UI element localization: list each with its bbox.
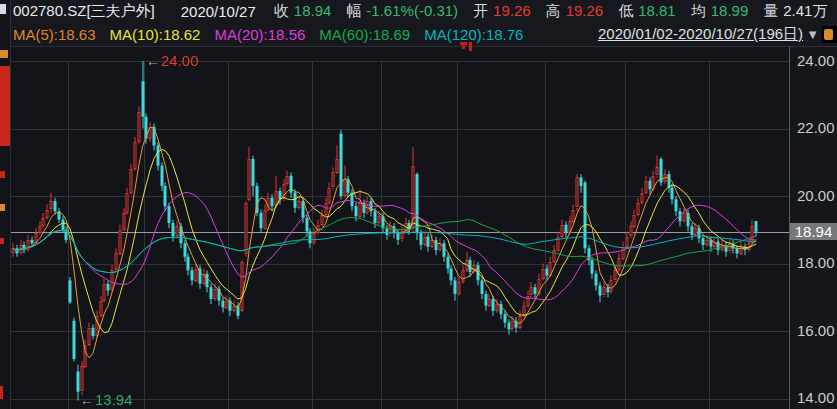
arrow-left-icon: ← — [80, 392, 94, 408]
ma-legend-row: MA(5):18.63 MA(10):18.62 MA(20):18.56 MA… — [11, 23, 837, 46]
axis-tick-label: 14.00 — [797, 390, 835, 406]
header-bar: 002780.SZ[三夫户外] 2020/10/27 收18.94 幅-1.61… — [11, 0, 837, 47]
ma-legend-120: MA(120):18.76 — [424, 26, 523, 43]
low-annotation: ← 13.94 — [80, 391, 133, 408]
ma-legend-5: MA(5):18.63 — [13, 26, 96, 43]
panel-edge-tick — [0, 4, 6, 14]
quote-row: 002780.SZ[三夫户外] 2020/10/27 收18.94 幅-1.61… — [11, 0, 837, 23]
stock-chart-window: 002780.SZ[三夫户外] 2020/10/27 收18.94 幅-1.61… — [0, 0, 837, 409]
last-price-tag: 18.94 — [790, 223, 837, 240]
low-annotation-label: 13.94 — [95, 391, 133, 408]
candlestick-chart[interactable] — [11, 47, 790, 409]
quote-field-volume: 量2.41万 — [763, 2, 827, 21]
current-date: 2020/10/27 — [181, 3, 256, 20]
panel-edge-tick — [0, 50, 8, 58]
panel-edge-tick — [0, 238, 4, 244]
axis-tick-label: 24.00 — [797, 53, 835, 69]
chart-area: ← 24.00 ← 13.94 — [11, 47, 790, 409]
quote-field-close: 收18.94 — [274, 2, 332, 21]
left-panel-edge — [0, 0, 11, 409]
watermark-logo-icon — [460, 42, 472, 51]
high-annotation-label: 24.00 — [161, 52, 199, 69]
axis-tick-label: 20.00 — [797, 188, 835, 204]
price-axis: 24.00 22.00 20.00 18.00 16.00 14.00 18.9… — [790, 47, 837, 409]
quote-field-change: 幅-1.61%(-0.31) — [346, 2, 458, 21]
panel-edge-tick — [0, 204, 5, 211]
quote-field-low: 低18.81 — [618, 2, 676, 21]
watermark-shape — [469, 42, 472, 51]
date-range-selector[interactable]: 2020/01/02-2020/10/27(196日) — [598, 25, 803, 44]
ma-legend-20: MA(20):18.56 — [214, 26, 305, 43]
stock-symbol[interactable]: 002780.SZ[三夫户外] — [13, 2, 155, 21]
watermark-shape — [462, 45, 465, 49]
panel-edge-red-block — [0, 66, 10, 146]
quote-field-open: 开19.26 — [473, 2, 531, 21]
ma-legend-10: MA(10):18.62 — [110, 26, 201, 43]
axis-tick-label: 18.00 — [797, 255, 835, 271]
ma-legend-60: MA(60):18.69 — [319, 26, 410, 43]
high-annotation: ← 24.00 — [146, 52, 199, 69]
panel-edge-tick — [0, 386, 3, 399]
panel-edge-tick — [0, 171, 5, 178]
quote-field-high: 高19.26 — [546, 2, 604, 21]
corner-icon-glyph — [824, 29, 833, 40]
corner-icon[interactable] — [822, 26, 837, 43]
chevron-down-icon[interactable]: ▼ — [806, 27, 819, 42]
axis-tick-label: 16.00 — [797, 323, 835, 339]
arrow-left-icon: ← — [146, 53, 160, 69]
quote-field-avg: 均18.99 — [691, 2, 749, 21]
axis-tick-label: 22.00 — [797, 120, 835, 136]
